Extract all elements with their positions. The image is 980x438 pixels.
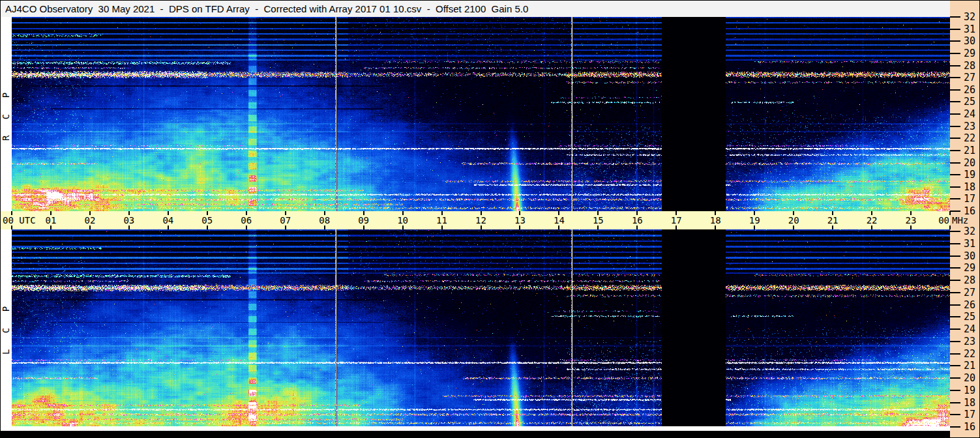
footer-bar	[1, 431, 950, 437]
spectrogram-lcp-canvas	[12, 229, 950, 426]
freq-tick-rcp	[950, 162, 960, 164]
freq-tick-label-rcp: 17	[964, 193, 975, 205]
freq-tick-label-lcp: 18	[964, 397, 975, 409]
time-tick-bottom	[246, 226, 247, 229]
time-tick-bottom	[519, 226, 520, 229]
freq-tick-label-lcp: 28	[964, 274, 975, 286]
freq-tick-rcp	[950, 138, 960, 139]
time-axis-end-label: 00	[932, 215, 949, 226]
freq-tick-label-lcp: 27	[964, 287, 975, 299]
freq-tick-label-lcp: 32	[964, 226, 975, 237]
freq-tick-rcp	[950, 65, 960, 66]
freq-tick-lcp	[950, 414, 960, 415]
freq-tick-rcp	[950, 126, 960, 127]
time-tick-label: 15	[587, 215, 609, 226]
freq-tick-label-lcp: 17	[964, 409, 975, 420]
freq-tick-lcp	[950, 243, 960, 244]
time-tick-bottom	[402, 226, 404, 229]
page-title: AJ4CO Observatory 30 May 2021 - DPS on T…	[1, 3, 528, 14]
time-tick-bottom	[832, 226, 833, 229]
freq-tick-lcp	[950, 256, 960, 257]
time-tick-label: 19	[743, 215, 765, 226]
freq-tick-label-rcp: 23	[964, 121, 975, 132]
freq-tick-label-lcp: 22	[964, 348, 975, 360]
freq-tick-label-rcp: 22	[964, 132, 975, 144]
time-axis: 00 UTC 00 010203040506070809101112131415…	[1, 211, 950, 229]
title-bar: AJ4CO Observatory 30 May 2021 - DPS on T…	[1, 1, 950, 17]
time-tick-bottom	[128, 226, 130, 229]
freq-tick-rcp	[950, 29, 960, 30]
freq-tick-rcp	[950, 198, 960, 199]
freq-tick-label-lcp: 16	[964, 421, 975, 433]
freq-tick-label-rcp: 19	[964, 169, 975, 181]
freq-tick-rcp	[950, 186, 960, 188]
freq-tick-label-rcp: 18	[964, 181, 975, 193]
freq-tick-label-lcp: 29	[964, 262, 975, 274]
freq-tick-rcp	[950, 113, 960, 115]
time-tick-bottom	[636, 226, 638, 229]
freq-tick-rcp	[950, 101, 960, 102]
polarization-label-lcp: L C P	[1, 229, 12, 426]
freq-tick-label-lcp: 31	[964, 238, 975, 250]
freq-tick-lcp	[950, 280, 960, 281]
time-tick-label: 01	[40, 215, 62, 226]
time-tick-bottom	[597, 226, 599, 229]
freq-tick-label-lcp: 19	[964, 385, 975, 396]
freq-tick-label-rcp: 26	[964, 84, 975, 96]
freq-tick-lcp	[950, 426, 960, 428]
freq-tick-lcp	[950, 231, 960, 232]
freq-tick-rcp	[950, 53, 960, 54]
freq-tick-label-lcp: 24	[964, 323, 975, 335]
freq-tick-label-rcp: 24	[964, 108, 975, 120]
freq-tick-label-rcp: 21	[964, 145, 975, 156]
time-tick-label: 02	[79, 215, 101, 226]
time-tick-bottom	[481, 226, 482, 229]
time-tick-bottom	[324, 226, 325, 229]
freq-tick-label-lcp: 21	[964, 360, 975, 372]
freq-tick-label-rcp: 30	[964, 35, 975, 47]
freq-tick-rcp	[950, 77, 960, 78]
freq-tick-label-lcp: 20	[964, 372, 975, 384]
freq-tick-rcp	[950, 211, 960, 212]
time-tick-bottom	[11, 226, 12, 229]
time-tick-bottom	[285, 226, 286, 229]
freq-tick-label-rcp: 28	[964, 60, 975, 72]
freq-tick-label-rcp: 16	[964, 205, 975, 217]
time-tick-bottom	[793, 226, 794, 229]
time-tick-label: 23	[900, 215, 922, 226]
time-tick-label: 12	[470, 215, 492, 226]
time-tick-label: 17	[665, 215, 687, 226]
freq-tick-label-rcp: 27	[964, 72, 975, 83]
time-tick-bottom	[207, 226, 208, 229]
time-tick-label: 03	[118, 215, 140, 226]
freq-tick-label-lcp: 23	[964, 336, 975, 347]
freq-tick-lcp	[950, 365, 960, 366]
time-tick-bottom	[89, 226, 91, 229]
time-tick-label: 09	[353, 215, 375, 226]
time-tick-bottom	[754, 226, 755, 229]
freq-tick-label-rcp: 31	[964, 23, 975, 35]
freq-tick-label-rcp: 32	[964, 11, 975, 23]
freq-tick-lcp	[950, 377, 960, 379]
time-tick-label: 10	[392, 215, 414, 226]
time-tick-bottom	[715, 226, 716, 229]
freq-tick-rcp	[950, 174, 960, 175]
freq-tick-lcp	[950, 292, 960, 293]
freq-tick-lcp	[950, 402, 960, 403]
time-tick-label: 06	[235, 215, 258, 226]
time-tick-bottom	[910, 226, 912, 229]
freq-tick-label-lcp: 26	[964, 299, 975, 311]
freq-tick-lcp	[950, 304, 960, 306]
time-axis-zero-label: 00 UTC	[3, 215, 36, 226]
time-tick-label: 22	[861, 215, 883, 226]
time-tick-label: 20	[782, 215, 805, 226]
time-tick-label: 16	[626, 215, 648, 226]
freq-tick-lcp	[950, 390, 960, 391]
polarization-label-rcp: R C P	[1, 17, 12, 211]
freq-tick-lcp	[950, 316, 960, 317]
time-tick-bottom	[558, 226, 559, 229]
time-tick-bottom	[441, 226, 443, 229]
time-tick-bottom	[50, 226, 52, 229]
freq-tick-label-rcp: 29	[964, 48, 975, 59]
time-tick-bottom	[949, 226, 951, 229]
